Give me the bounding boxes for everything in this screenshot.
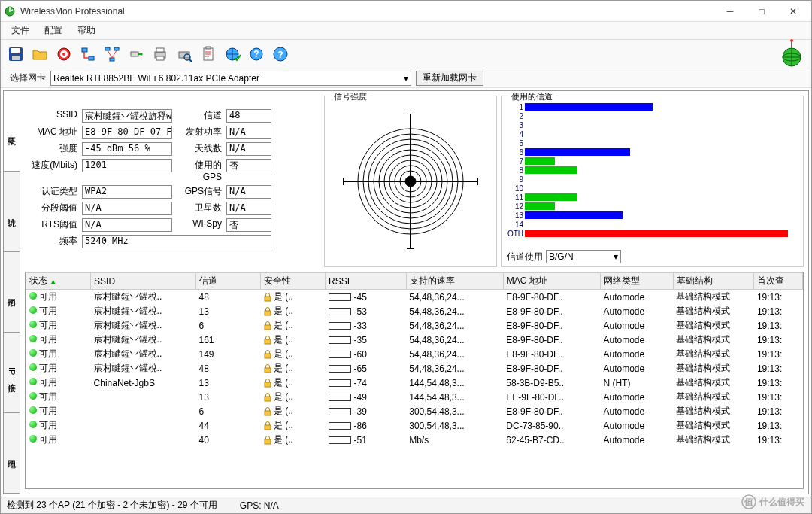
tab-summary[interactable]: 概要 xyxy=(4,91,20,172)
channel-bars: 1234567891011121314OTH xyxy=(507,102,798,248)
svg-rect-48 xyxy=(265,411,271,415)
auth-value: WPA2 xyxy=(82,185,172,199)
table-row[interactable]: 可用宸村睷鍟丷罐梲..48 是 (..-4554,48,36,24...E8-9… xyxy=(26,290,803,305)
channel-panel: 使用的信道 1234567891011121314OTH 信道使用 B/G/N▾ xyxy=(501,96,804,267)
speed-value: 1201 xyxy=(82,159,172,172)
network2-icon[interactable] xyxy=(102,44,123,65)
print-preview-icon[interactable] xyxy=(174,44,195,65)
target-icon[interactable] xyxy=(53,44,74,65)
info-panel: SSID宸村睷鍟丷罐梲旃稃wh 信道48 MAC 地址E8-9F-80-DF-0… xyxy=(25,96,320,267)
maximize-button[interactable]: □ xyxy=(747,2,777,20)
globe-question-icon[interactable]: ? xyxy=(246,44,267,65)
table-row[interactable]: 可用宸村睷鍟丷罐梲..161 是 (..-3554,48,36,24...E8-… xyxy=(26,333,803,347)
menubar: 文件 配置 帮助 xyxy=(1,22,811,40)
frag-value: N/A xyxy=(82,202,172,215)
toolbar: ? ? xyxy=(1,40,811,68)
title: WirelessMon Professional xyxy=(20,6,715,17)
svg-rect-41 xyxy=(265,311,271,315)
txpower-label: 发射功率 xyxy=(177,126,222,139)
svg-rect-42 xyxy=(265,325,271,330)
rts-value: N/A xyxy=(82,218,172,232)
svg-text:?: ? xyxy=(277,50,283,60)
globe-check-icon[interactable] xyxy=(222,44,243,65)
side-tabs: 概要 统计 图形 IP 连接 地图 xyxy=(4,91,20,494)
freq-value: 5240 MHz xyxy=(82,235,271,248)
menu-config[interactable]: 配置 xyxy=(37,23,70,38)
svg-rect-2 xyxy=(11,48,20,53)
network1-icon[interactable] xyxy=(77,44,98,65)
channel-use-label: 信道使用 xyxy=(507,251,543,263)
ssid-label: SSID xyxy=(25,109,77,123)
svg-rect-49 xyxy=(265,425,271,430)
table-row[interactable]: 可用13 是 (..-49144,54,48,3...EE-9F-80-DF..… xyxy=(26,390,803,404)
svg-rect-47 xyxy=(265,397,271,401)
frag-label: 分段阈值 xyxy=(25,202,77,215)
rts-label: RTS阈值 xyxy=(25,218,77,232)
svg-rect-44 xyxy=(265,354,271,358)
ssid-value: 宸村睷鍟丷罐梲旃稃wh xyxy=(82,109,172,123)
tab-ip[interactable]: IP 连接 xyxy=(4,333,20,413)
mac-value: E8-9F-80-DF-07-FF xyxy=(82,126,172,139)
nic-label: 选择网卡 xyxy=(10,71,46,84)
status-gps: GPS: N/A xyxy=(240,500,279,511)
close-button[interactable]: ✕ xyxy=(778,2,808,20)
svg-rect-9 xyxy=(105,47,110,50)
table-row[interactable]: 可用44 是 (..-86300,54,48,3...DC-73-85-90..… xyxy=(26,418,803,433)
channel-use-select[interactable]: B/G/N▾ xyxy=(546,250,621,263)
printer-icon[interactable] xyxy=(150,44,171,65)
satellite-label: 卫星数 xyxy=(177,202,222,215)
ap-grid[interactable]: 状态 ▲SSID信道安全性RSSI支持的速率MAC 地址网络类型基础结构首次查 … xyxy=(25,272,804,489)
help-icon[interactable]: ? xyxy=(270,44,291,65)
tab-graph[interactable]: 图形 xyxy=(4,252,20,333)
table-row[interactable]: 可用40 是 (..-51 Mb/s62-45-B7-CD..Automode基… xyxy=(26,433,803,447)
table-row[interactable]: 可用宸村睷鍟丷罐梲..149 是 (..-6054,48,36,24...E8-… xyxy=(26,347,803,361)
channel-label: 信道 xyxy=(177,109,222,123)
radar-chart xyxy=(325,96,496,266)
nic-row: 选择网卡 Realtek RTL8852BE WiFi 6 802.11ax P… xyxy=(1,68,811,88)
tab-map[interactable]: 地图 xyxy=(4,413,20,494)
channel-title: 使用的信道 xyxy=(508,91,556,102)
status-ap-count: 检测到 23 个AP (21 个加密 - 2 个未加密) - 29 个可用 xyxy=(7,499,217,512)
gps-use-label: 使用的GPS xyxy=(177,159,222,182)
gps-signal-value: N/A xyxy=(226,185,271,199)
svg-rect-14 xyxy=(156,48,164,52)
folder-icon[interactable] xyxy=(29,44,50,65)
svg-rect-3 xyxy=(12,56,20,60)
svg-rect-11 xyxy=(110,58,114,61)
txpower-value: N/A xyxy=(226,126,271,139)
table-row[interactable]: 可用6 是 (..-39300,54,48,3...E8-9F-80-DF..A… xyxy=(26,404,803,418)
table-row[interactable]: 可用宸村睷鍟丷罐梲..48 是 (..-6554,48,36,24...E8-9… xyxy=(26,361,803,376)
nic-select[interactable]: Realtek RTL8852BE WiFi 6 802.11ax PCIe A… xyxy=(50,71,411,86)
signal-panel: 信号强度 xyxy=(324,96,497,267)
tab-stats[interactable]: 统计 xyxy=(4,172,20,252)
svg-point-6 xyxy=(62,53,65,56)
svg-rect-15 xyxy=(156,56,164,60)
svg-rect-43 xyxy=(265,339,271,344)
freq-label: 频率 xyxy=(25,235,77,248)
speed-label: 速度(Mbits) xyxy=(25,159,77,182)
channel-value: 48 xyxy=(226,109,271,123)
table-row[interactable]: 可用宸村睷鍟丷罐梲..6 是 (..-3354,48,36,24...E8-9F… xyxy=(26,318,803,333)
svg-rect-19 xyxy=(206,47,211,49)
titlebar: WirelessMon Professional ─ □ ✕ xyxy=(1,1,811,22)
svg-rect-46 xyxy=(265,382,271,387)
svg-rect-50 xyxy=(265,439,271,444)
signal-title: 信号强度 xyxy=(331,91,370,102)
save-icon[interactable] xyxy=(5,44,26,65)
nic-reload-button[interactable]: 重新加载网卡 xyxy=(416,71,483,86)
table-row[interactable]: 可用ChinaNet-JgbS13 是 (..-74144,54,48,3...… xyxy=(26,376,803,390)
strength-value: -45 dBm 56 % xyxy=(82,142,172,156)
svg-point-27 xyxy=(790,39,793,42)
table-row[interactable]: 可用宸村睷鍟丷罐梲..13 是 (..-5354,48,36,24...E8-9… xyxy=(26,304,803,318)
minimize-button[interactable]: ─ xyxy=(715,2,745,20)
connect-icon[interactable] xyxy=(126,44,147,65)
clipboard-icon[interactable] xyxy=(198,44,219,65)
satellite-value: N/A xyxy=(226,202,271,215)
svg-rect-10 xyxy=(114,47,119,50)
mac-label: MAC 地址 xyxy=(25,126,77,139)
menu-help[interactable]: 帮助 xyxy=(70,23,103,38)
app-icon xyxy=(4,5,16,17)
auth-label: 认证类型 xyxy=(25,185,77,199)
svg-rect-40 xyxy=(265,297,271,301)
menu-file[interactable]: 文件 xyxy=(4,23,37,38)
